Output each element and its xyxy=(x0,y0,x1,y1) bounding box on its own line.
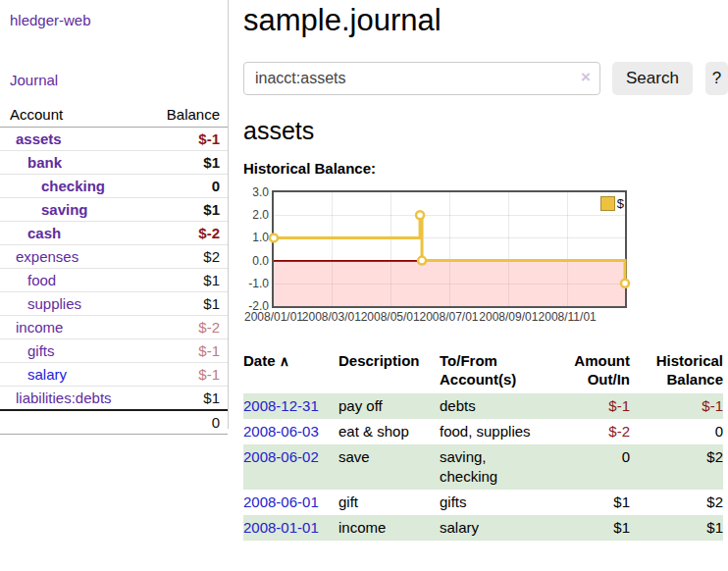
chart-plot-area: $ xyxy=(272,190,627,308)
data-point-marker xyxy=(416,211,424,219)
register-row: 2008-06-01 gift gifts $1 $2 xyxy=(243,490,723,515)
y-axis-tick-label: 3.0 xyxy=(243,185,269,199)
transaction-description: income xyxy=(338,515,440,541)
search-button[interactable]: Search xyxy=(612,62,693,95)
x-axis-tick-label: 2008/11/01 xyxy=(539,310,597,324)
accounts-total-value: 0 xyxy=(147,410,228,435)
accounts-header-line1: To/From xyxy=(440,351,551,370)
account-link-gifts[interactable]: gifts xyxy=(27,342,55,359)
transaction-amount: $1 xyxy=(551,490,630,515)
historical-balance-chart: $ 3.02.01.00.0-1.0-2.02008/01/012008/03/… xyxy=(243,186,728,334)
transaction-accounts: saving, checking xyxy=(440,444,551,490)
sort-asc-icon: ∧ xyxy=(280,353,289,369)
balance-header-line2: Balance xyxy=(630,370,723,389)
account-link-salary[interactable]: salary xyxy=(27,366,67,383)
transaction-balance: $-1 xyxy=(630,393,723,419)
transaction-description: save xyxy=(338,444,440,490)
search-input[interactable] xyxy=(243,62,600,95)
transaction-description: eat & shop xyxy=(338,419,440,444)
account-balance: $1 xyxy=(147,387,228,411)
main-content: sample.journal × Search ? assets Histori… xyxy=(243,0,728,541)
x-axis-tick-label: 2008/05/01 xyxy=(361,310,420,324)
register-row: 2008-12-31 pay off debts $-1 $-1 xyxy=(243,393,723,419)
transaction-amount: $-1 xyxy=(551,393,630,419)
transaction-amount: 0 xyxy=(551,444,630,490)
accounts-table: Account Balance assets$-1 bank$1 checkin… xyxy=(0,103,228,435)
account-link-bank[interactable]: bank xyxy=(27,154,62,171)
accounts-table-header: Account Balance xyxy=(0,103,228,128)
account-balance: $-2 xyxy=(147,316,228,339)
transaction-amount: $-2 xyxy=(551,419,630,444)
balance-header-line1: Historical xyxy=(630,351,723,370)
x-axis-tick-label: 2008/03/01 xyxy=(302,310,361,324)
account-balance: $-1 xyxy=(147,128,228,151)
transaction-accounts: gifts xyxy=(440,490,551,515)
transaction-accounts: debts xyxy=(440,393,551,419)
description-header-label: Description xyxy=(338,352,420,369)
balance-series-line xyxy=(274,192,625,306)
account-row: food$1 xyxy=(0,269,228,292)
transaction-date-link[interactable]: 2008-06-01 xyxy=(243,493,319,510)
account-balance: $1 xyxy=(147,269,228,292)
account-balance: $-2 xyxy=(147,222,228,245)
register-header-accounts: To/FromAccount(s) xyxy=(440,349,551,393)
account-row: gifts$-1 xyxy=(0,339,228,363)
sidebar-item-journal[interactable]: Journal xyxy=(10,72,218,88)
account-balance: $-1 xyxy=(147,363,228,387)
register-header-description: Description xyxy=(338,349,440,393)
account-link-cash[interactable]: cash xyxy=(27,225,61,241)
search-box: × xyxy=(243,62,600,95)
register-header-date[interactable]: Date ∧ xyxy=(243,349,338,393)
transaction-date-link[interactable]: 2008-12-31 xyxy=(243,397,319,414)
search-form: × Search ? xyxy=(243,62,728,95)
series-swatch-icon xyxy=(600,196,615,211)
register-row: 2008-06-02 save saving, checking 0 $2 xyxy=(243,444,723,490)
account-row: checking0 xyxy=(0,175,228,198)
transaction-balance: 0 xyxy=(630,419,723,444)
amount-header-line2: Out/In xyxy=(551,370,630,389)
account-balance: 0 xyxy=(147,175,228,198)
transaction-date-link[interactable]: 2008-01-01 xyxy=(243,519,319,536)
help-button[interactable]: ? xyxy=(705,62,728,95)
account-link-income[interactable]: income xyxy=(16,319,63,336)
transaction-date-link[interactable]: 2008-06-02 xyxy=(243,448,319,465)
account-row: cash$-2 xyxy=(0,222,228,245)
data-point-marker xyxy=(418,257,426,265)
account-balance: $1 xyxy=(147,292,228,316)
x-axis-tick-label: 2008/01/01 xyxy=(244,310,303,324)
register-row: 2008-06-03 eat & shop food, supplies $-2… xyxy=(243,419,723,444)
account-link-expenses[interactable]: expenses xyxy=(16,248,78,265)
register-header-amount: AmountOut/In xyxy=(551,349,630,393)
y-axis-tick-label: -1.0 xyxy=(243,277,269,290)
account-row: liabilities:debts$1 xyxy=(0,387,228,411)
sidebar: hledger-web Journal Account Balance asse… xyxy=(0,0,229,429)
account-link-assets[interactable]: assets xyxy=(16,130,62,147)
register-row: 2008-01-01 income salary $1 $1 xyxy=(243,515,723,541)
page-title: sample.journal xyxy=(243,3,728,38)
amount-header-line1: Amount xyxy=(551,351,630,370)
account-row: salary$-1 xyxy=(0,363,228,387)
account-row: supplies$1 xyxy=(0,292,228,316)
account-link-liabilities-debts[interactable]: liabilities:debts xyxy=(16,389,112,406)
account-row: bank$1 xyxy=(0,151,228,175)
account-link-food[interactable]: food xyxy=(27,272,56,288)
y-axis-tick-label: 1.0 xyxy=(243,231,269,244)
account-link-saving[interactable]: saving xyxy=(41,201,88,218)
clear-search-icon[interactable]: × xyxy=(581,69,591,85)
account-link-supplies[interactable]: supplies xyxy=(27,295,81,312)
account-balance: $2 xyxy=(147,245,228,269)
y-axis-tick-label: 0.0 xyxy=(243,254,269,268)
transaction-date-link[interactable]: 2008-06-03 xyxy=(243,423,319,440)
x-axis-tick-label: 2008/07/01 xyxy=(419,310,478,324)
register-header-row: Date ∧ Description To/FromAccount(s) Amo… xyxy=(243,349,723,393)
transaction-accounts: food, supplies xyxy=(440,419,551,444)
account-row: income$-2 xyxy=(0,316,228,339)
accounts-header-balance: Balance xyxy=(147,103,228,128)
transaction-amount: $1 xyxy=(551,515,630,541)
transaction-description: pay off xyxy=(338,393,440,419)
app-brand-link[interactable]: hledger-web xyxy=(0,0,228,28)
account-link-checking[interactable]: checking xyxy=(41,178,105,194)
transaction-balance: $1 xyxy=(630,515,723,541)
chart-legend: $ xyxy=(600,196,624,211)
data-point-marker xyxy=(621,280,629,287)
